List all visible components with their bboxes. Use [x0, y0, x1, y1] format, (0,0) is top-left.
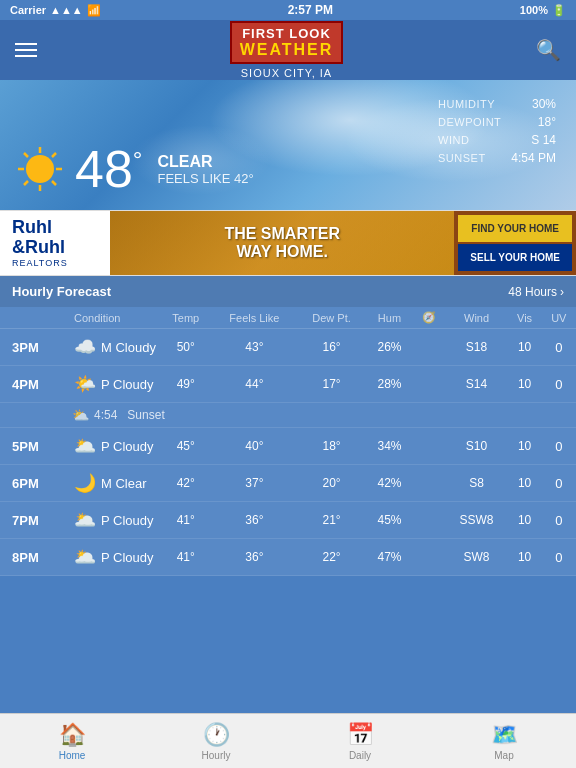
table-row: 8PM 🌥️P Cloudy 41° 36° 22° 47% SW8 10 0 [0, 539, 576, 576]
row-uv: 0 [542, 502, 576, 539]
row-wind: S10 [446, 428, 508, 465]
table-row: 4PM 🌤️P Cloudy 49° 44° 17° 28% S14 10 0 [0, 366, 576, 403]
forecast-section: Hourly Forecast 48 Hours › Condition Tem… [0, 276, 576, 576]
col-hum: Hum [366, 307, 413, 329]
row-uv: 0 [542, 465, 576, 502]
temp-degree: ° [133, 148, 143, 172]
row-dew: 22° [297, 539, 366, 576]
hourly-nav-icon: 🕐 [203, 722, 230, 748]
row-wind-dir [413, 428, 445, 465]
humidity-label: HUMIDITY [433, 95, 506, 113]
row-condition: 🌙M Clear [70, 465, 160, 502]
row-dew: 16° [297, 329, 366, 366]
row-time: 3PM [0, 329, 70, 366]
temperature-display: 48 ° [75, 143, 142, 195]
daily-nav-label: Daily [349, 750, 371, 761]
row-hum: 45% [366, 502, 413, 539]
svg-line-7 [52, 153, 56, 157]
nav-item-home[interactable]: 🏠 Home [0, 714, 144, 768]
nav-item-hourly[interactable]: 🕐 Hourly [144, 714, 288, 768]
sell-home-button[interactable]: SELL YOUR HOME [458, 244, 572, 271]
row-feels: 40° [211, 428, 297, 465]
ad-buttons: FIND YOUR HOME SELL YOUR HOME [454, 211, 576, 275]
dewpoint-value: 18° [506, 113, 561, 131]
row-feels: 44° [211, 366, 297, 403]
signal-icon: ▲▲▲ [50, 4, 83, 16]
temp-value: 48 [75, 143, 133, 195]
home-nav-icon: 🏠 [59, 722, 86, 748]
row-feels: 43° [211, 329, 297, 366]
dewpoint-label: DEWPOINT [433, 113, 506, 131]
row-dew: 17° [297, 366, 366, 403]
ad-banner[interactable]: Ruhl &Ruhl REALTORS THE SMARTERWAY HOME.… [0, 210, 576, 276]
row-time: 4PM [0, 366, 70, 403]
row-time: 6PM [0, 465, 70, 502]
table-row: 6PM 🌙M Clear 42° 37° 20° 42% S8 10 0 [0, 465, 576, 502]
row-vis: 10 [508, 428, 542, 465]
row-condition: ☁️M Cloudy [70, 329, 160, 366]
temperature-info: 48 ° [75, 143, 142, 195]
svg-point-0 [26, 155, 54, 183]
row-hum: 42% [366, 465, 413, 502]
col-wind-icon: 🧭 [413, 307, 445, 329]
find-home-button[interactable]: FIND YOUR HOME [458, 215, 572, 242]
search-button[interactable]: 🔍 [536, 38, 561, 62]
col-feels: Feels Like [211, 307, 297, 329]
row-wind-dir [413, 539, 445, 576]
col-uv: UV [542, 307, 576, 329]
row-temp: 41° [160, 539, 211, 576]
forecast-table: Condition Temp Feels Like Dew Pt. Hum 🧭 … [0, 307, 576, 576]
nav-item-map[interactable]: 🗺️ Map [432, 714, 576, 768]
menu-button[interactable] [15, 43, 37, 57]
daily-nav-icon: 📅 [347, 722, 374, 748]
row-uv: 0 [542, 366, 576, 403]
weather-stats: HUMIDITY 30% DEWPOINT 18° WIND S 14 SUNS… [433, 95, 561, 167]
main-content: HUMIDITY 30% DEWPOINT 18° WIND S 14 SUNS… [0, 80, 576, 713]
wifi-icon: 📶 [87, 4, 101, 17]
feels-like-text: FEELS LIKE 42° [157, 171, 253, 186]
row-temp: 50° [160, 329, 211, 366]
row-condition: 🌥️P Cloudy [70, 539, 160, 576]
row-vis: 10 [508, 502, 542, 539]
row-hum: 28% [366, 366, 413, 403]
forecast-link-text: 48 Hours [508, 285, 557, 299]
row-wind-dir [413, 465, 445, 502]
row-wind: S14 [446, 366, 508, 403]
row-condition: 🌤️P Cloudy [70, 366, 160, 403]
row-temp: 41° [160, 502, 211, 539]
wind-label: WIND [433, 131, 506, 149]
table-row: 7PM 🌥️P Cloudy 41° 36° 21° 45% SSW8 10 0 [0, 502, 576, 539]
bottom-nav: 🏠 Home 🕐 Hourly 📅 Daily 🗺️ Map [0, 713, 576, 768]
forecast-tbody: 3PM ☁️M Cloudy 50° 43° 16° 26% S18 10 0 … [0, 329, 576, 576]
row-time: 5PM [0, 428, 70, 465]
battery-icon: 🔋 [552, 4, 566, 17]
status-right: 100% 🔋 [520, 4, 566, 17]
row-hum: 26% [366, 329, 413, 366]
col-vis: Vis [508, 307, 542, 329]
logo-box: FIRST LOOK WEATHER [230, 21, 344, 64]
col-temp: Temp [160, 307, 211, 329]
row-time: 7PM [0, 502, 70, 539]
sunset-value: 4:54 PM [506, 149, 561, 167]
row-uv: 0 [542, 329, 576, 366]
row-temp: 49° [160, 366, 211, 403]
weather-main: 48 ° CLEAR FEELS LIKE 42° [15, 143, 254, 195]
forecast-link[interactable]: 48 Hours › [508, 285, 564, 299]
table-header: Condition Temp Feels Like Dew Pt. Hum 🧭 … [0, 307, 576, 329]
col-condition: Condition [70, 307, 160, 329]
table-row: 3PM ☁️M Cloudy 50° 43° 16° 26% S18 10 0 [0, 329, 576, 366]
row-wind-dir [413, 329, 445, 366]
forecast-title: Hourly Forecast [12, 284, 111, 299]
battery-text: 100% [520, 4, 548, 16]
ad-logo: Ruhl &Ruhl REALTORS [0, 210, 110, 276]
row-hum: 34% [366, 428, 413, 465]
row-condition: 🌥️P Cloudy [70, 502, 160, 539]
row-temp: 45° [160, 428, 211, 465]
ad-tagline: THE SMARTERWAY HOME. [224, 225, 340, 261]
row-hum: 47% [366, 539, 413, 576]
row-vis: 10 [508, 465, 542, 502]
row-time: 8PM [0, 539, 70, 576]
ad-logo-sub: REALTORS [12, 258, 98, 268]
nav-item-daily[interactable]: 📅 Daily [288, 714, 432, 768]
status-bar: Carrier ▲▲▲ 📶 2:57 PM 100% 🔋 [0, 0, 576, 20]
